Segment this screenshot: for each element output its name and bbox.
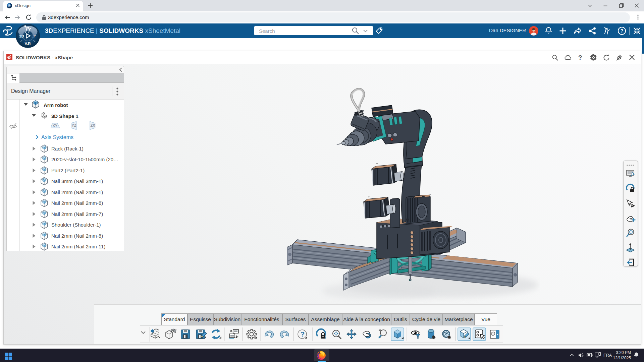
svg-text:ZX: ZX bbox=[91, 123, 96, 127]
svg-text:?: ? bbox=[578, 54, 582, 61]
svg-text:3D: 3D bbox=[19, 34, 24, 38]
svg-text:V.R: V.R bbox=[25, 42, 31, 46]
svg-text:?: ? bbox=[301, 330, 305, 338]
svg-text:XY: XY bbox=[53, 124, 58, 128]
svg-text:YZ: YZ bbox=[72, 123, 76, 127]
svg-text:?: ? bbox=[621, 28, 624, 34]
